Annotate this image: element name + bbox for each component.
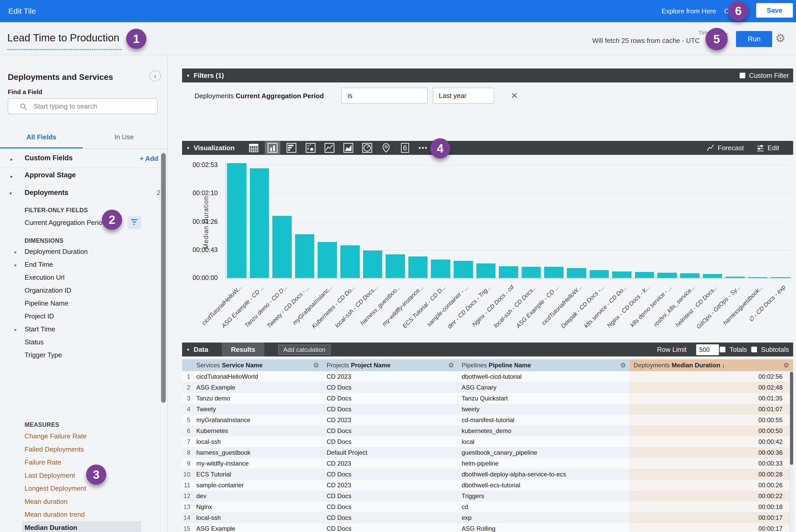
viz-type-line-chart-icon[interactable] bbox=[322, 141, 337, 154]
section-collapse-icon[interactable]: ▼ bbox=[186, 73, 190, 78]
table-row[interactable]: 8harness_guestbookDefault Projectguestbo… bbox=[182, 447, 793, 458]
sidebar-scrollbar[interactable] bbox=[161, 153, 166, 403]
sidebar-field-current-aggregation-period[interactable]: Current Aggregation Period bbox=[24, 219, 106, 227]
custom-filter-checkbox[interactable] bbox=[740, 73, 745, 78]
table-row[interactable]: 5myGrafanaInstanceCD 2023cd-manifest-tut… bbox=[182, 415, 793, 425]
sidebar-measure-last-deployment[interactable]: Last Deployment bbox=[24, 472, 75, 479]
filters-section-bar[interactable]: ▼ Filters (1) Custom Filter bbox=[182, 69, 793, 82]
tab-results[interactable]: Results bbox=[222, 343, 264, 357]
sidebar-measure-change-failure-rate[interactable]: Change Failure Rate bbox=[24, 432, 87, 440]
bar[interactable] bbox=[680, 273, 700, 278]
sidebar-dimension-status[interactable]: Status bbox=[24, 338, 44, 346]
collapse-panel-icon[interactable]: ‹ bbox=[149, 70, 161, 82]
sidebar-measure-longest-deployment[interactable]: Longest Deployment bbox=[24, 484, 86, 492]
bar[interactable] bbox=[318, 242, 337, 278]
column-gear-icon[interactable]: ⚙ bbox=[620, 361, 626, 369]
save-button[interactable]: Save bbox=[756, 3, 793, 18]
bar[interactable] bbox=[522, 267, 541, 278]
sidebar-dimension-end-time[interactable]: End Time bbox=[24, 261, 53, 269]
bar[interactable] bbox=[590, 270, 609, 278]
column-header-project-name[interactable]: ProjectsProject Name⚙ bbox=[323, 359, 458, 371]
bar[interactable] bbox=[250, 168, 269, 278]
sidebar-group-custom-fields[interactable]: Custom Fields bbox=[24, 154, 73, 162]
viz-type-single-value-icon[interactable]: 6 bbox=[397, 141, 413, 154]
expand-icon[interactable]: ▸ bbox=[15, 249, 17, 255]
sidebar-dimension-execution-url[interactable]: Execution Url bbox=[24, 273, 64, 282]
filter-operator-select[interactable]: is bbox=[341, 88, 428, 104]
section-collapse-icon[interactable]: ▼ bbox=[186, 146, 190, 150]
table-row[interactable]: 12devCD DocsTriggers00:00:22 bbox=[182, 491, 793, 501]
column-header-median-duration[interactable]: DeploymentsMedian Duration ↓⚙ bbox=[630, 359, 793, 371]
tile-title[interactable]: Lead Time to Production bbox=[7, 32, 119, 44]
column-gear-icon[interactable]: ⚙ bbox=[313, 361, 319, 369]
viz-type-table-icon[interactable] bbox=[246, 141, 261, 154]
viz-type-column-chart-icon[interactable] bbox=[265, 141, 280, 154]
table-row[interactable]: 11sample-containerCD 2023dbothwell-ecs-t… bbox=[182, 480, 793, 491]
search-input[interactable] bbox=[33, 100, 152, 112]
viz-type-bar-chart-icon[interactable] bbox=[284, 141, 299, 154]
table-row[interactable]: 3Tanzu demoCD DocsTanzu Quickstart00:01:… bbox=[182, 393, 793, 404]
add-calculation-button[interactable]: Add calculation bbox=[278, 345, 331, 355]
totals-checkbox[interactable] bbox=[720, 347, 725, 352]
sidebar-measure-failed-deployments[interactable]: Failed Deployments bbox=[24, 445, 84, 453]
table-scrollbar-thumb[interactable] bbox=[790, 372, 793, 465]
bar[interactable] bbox=[272, 216, 292, 278]
filter-field-button[interactable] bbox=[127, 215, 141, 229]
sidebar-dimension-organization-id[interactable]: Organization ID bbox=[24, 286, 71, 294]
column-gear-icon[interactable]: ⚙ bbox=[783, 361, 789, 369]
table-row[interactable]: 14local-sshCD Docsexp00:00:17 bbox=[182, 512, 793, 523]
column-header-pipeline-name[interactable]: PipelinesPipeline Name⚙ bbox=[458, 359, 630, 371]
row-limit-input[interactable] bbox=[696, 344, 719, 355]
bar[interactable] bbox=[612, 271, 631, 278]
expand-icon[interactable]: ▸ bbox=[10, 156, 13, 162]
bar[interactable] bbox=[363, 250, 383, 278]
sidebar-measure-failure-rate[interactable]: Failure Rate bbox=[24, 458, 61, 466]
expand-icon[interactable]: ▸ bbox=[10, 173, 13, 179]
table-row[interactable]: 13NginxCD Docscd00:00:18 bbox=[182, 501, 793, 512]
sidebar-group-approval-stage[interactable]: Approval Stage bbox=[24, 171, 76, 179]
bar[interactable] bbox=[476, 263, 496, 278]
collapse-icon[interactable]: ▾ bbox=[9, 190, 12, 196]
add-custom-field-button[interactable]: + Add bbox=[140, 155, 161, 163]
bar[interactable] bbox=[544, 267, 563, 278]
bar[interactable] bbox=[340, 245, 360, 278]
bar[interactable] bbox=[703, 274, 722, 278]
gear-icon[interactable]: ⚙ bbox=[775, 32, 785, 45]
viz-type-area-chart-icon[interactable] bbox=[340, 141, 356, 154]
viz-type-map-pin-icon[interactable] bbox=[378, 141, 394, 154]
explore-from-here-button[interactable]: Explore from Here bbox=[662, 0, 716, 22]
sidebar-dimension-project-id[interactable]: Project ID bbox=[24, 312, 54, 320]
table-row[interactable]: 7local-sshCD Docslocal00:00:42 bbox=[182, 436, 793, 447]
sidebar-dimension-trigger-type[interactable]: Trigger Type bbox=[24, 351, 62, 359]
bar[interactable] bbox=[386, 254, 405, 278]
forecast-button[interactable]: Forecast bbox=[707, 141, 744, 155]
sidebar-measure-median-duration[interactable]: Median Duration bbox=[24, 524, 77, 532]
bar[interactable] bbox=[408, 256, 428, 278]
column-header-service-name[interactable]: ServicesService Name⚙ bbox=[193, 359, 323, 371]
viz-type-pie-chart-icon[interactable] bbox=[359, 141, 375, 154]
bar[interactable] bbox=[567, 268, 586, 278]
viz-type-scatter-icon[interactable] bbox=[303, 141, 318, 154]
remove-filter-icon[interactable]: × bbox=[511, 89, 518, 102]
bar[interactable] bbox=[499, 266, 518, 278]
tab-in-use[interactable]: In Use bbox=[83, 127, 166, 147]
run-button[interactable]: Run bbox=[736, 31, 772, 47]
filter-value-input[interactable]: Last year bbox=[433, 88, 494, 104]
sidebar-dimension-deployment-duration[interactable]: Deployment Duration bbox=[24, 248, 88, 256]
bar[interactable] bbox=[635, 272, 654, 278]
table-row[interactable]: 2ASG ExampleCD DocsASG Canary00:02:48 bbox=[182, 382, 793, 393]
edit-viz-button[interactable]: Edit bbox=[756, 141, 779, 155]
sidebar-dimension-pipeline-name[interactable]: Pipeline Name bbox=[24, 299, 68, 307]
bar[interactable] bbox=[658, 273, 677, 278]
column-gear-icon[interactable]: ⚙ bbox=[448, 361, 454, 369]
bar[interactable] bbox=[431, 260, 450, 278]
sidebar-dimension-start-time[interactable]: Start Time bbox=[24, 325, 55, 333]
table-row[interactable]: 4TweetyCD Docstweety00:01:07 bbox=[182, 404, 793, 415]
viz-type-more-icon[interactable] bbox=[415, 141, 430, 154]
table-row[interactable]: 9my-wildfly-instanceCD 2023helm-pipeline… bbox=[182, 458, 793, 469]
bar[interactable] bbox=[295, 234, 314, 278]
expand-icon[interactable]: ▸ bbox=[15, 327, 17, 332]
expand-icon[interactable]: ▸ bbox=[15, 262, 17, 268]
bar[interactable] bbox=[227, 163, 246, 278]
sidebar-measure-mean-duration-trend[interactable]: Mean duration trend bbox=[24, 511, 85, 518]
